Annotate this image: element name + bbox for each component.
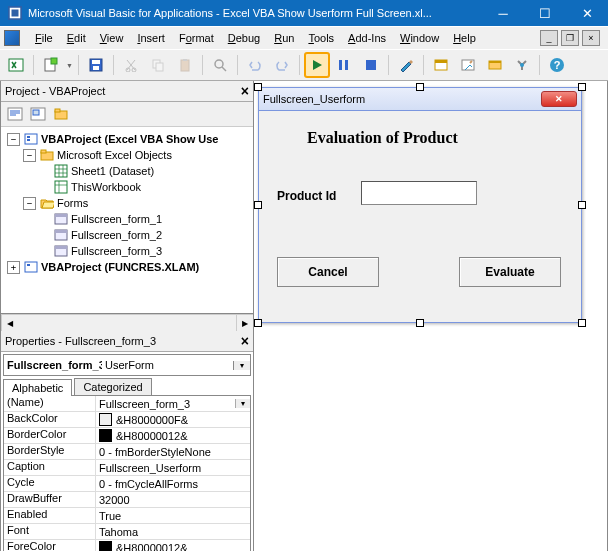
resize-handle[interactable]	[254, 83, 262, 91]
prop-name-key: (Name)	[4, 396, 96, 411]
save-icon[interactable]	[84, 53, 108, 77]
copy-icon[interactable]	[146, 53, 170, 77]
window-maximize-button[interactable]: ☐	[524, 0, 566, 26]
tree-hscrollbar[interactable]: ◀▶	[1, 314, 253, 331]
menu-debug[interactable]: Debug	[221, 30, 267, 46]
prop-caption-value[interactable]: Fullscreen_Userform	[96, 460, 250, 475]
resize-handle[interactable]	[416, 83, 424, 91]
tree-expander[interactable]: −	[7, 133, 20, 146]
mdi-system-icon[interactable]	[4, 30, 20, 46]
view-object-icon[interactable]	[28, 105, 48, 123]
view-code-icon[interactable]	[5, 105, 25, 123]
tree-funcres[interactable]: VBAProject (FUNCRES.XLAM)	[41, 261, 199, 273]
paste-icon[interactable]	[173, 53, 197, 77]
view-excel-icon[interactable]	[4, 53, 28, 77]
tree-forms-folder[interactable]: Forms	[57, 197, 88, 209]
tree-vbaproject[interactable]: VBAProject (Excel VBA Show Use	[41, 133, 218, 145]
resize-handle[interactable]	[416, 319, 424, 327]
prop-enabled-value[interactable]: True	[96, 508, 250, 523]
prop-name-value[interactable]: Fullscreen_form_3	[99, 398, 235, 410]
form-designer[interactable]: Fullscreen_Userform ✕ Evaluation of Prod…	[254, 81, 607, 551]
redo-icon[interactable]	[270, 53, 294, 77]
window-title: Microsoft Visual Basic for Applications …	[28, 7, 482, 19]
window-close-button[interactable]: ✕	[566, 0, 608, 26]
menu-help[interactable]: Help	[446, 30, 483, 46]
insert-module-icon[interactable]	[39, 53, 63, 77]
properties-pane-close-button[interactable]: ×	[241, 333, 249, 349]
userform[interactable]: Fullscreen_Userform ✕ Evaluation of Prod…	[258, 87, 582, 323]
menu-run[interactable]: Run	[267, 30, 301, 46]
prop-bordercolor-key: BorderColor	[4, 428, 96, 443]
project-tree[interactable]: −VBAProject (Excel VBA Show Use −Microso…	[1, 127, 253, 314]
resize-handle[interactable]	[254, 319, 262, 327]
menu-view[interactable]: View	[93, 30, 131, 46]
product-id-textbox[interactable]	[361, 181, 477, 205]
tree-thisworkbook[interactable]: ThisWorkbook	[71, 181, 141, 193]
chevron-down-icon[interactable]: ▾	[233, 361, 250, 370]
prop-borderstyle-value[interactable]: 0 - fmBorderStyleNone	[96, 444, 250, 459]
prop-cycle-value[interactable]: 0 - fmCycleAllForms	[96, 476, 250, 491]
product-id-label[interactable]: Product Id	[277, 189, 336, 203]
project-pane-close-button[interactable]: ×	[241, 83, 249, 99]
cancel-button[interactable]: Cancel	[277, 257, 379, 287]
prop-backcolor-value[interactable]: &H8000000F&	[116, 414, 188, 426]
prop-bordercolor-value[interactable]: &H80000012&	[116, 430, 188, 442]
object-selector[interactable]: Fullscreen_form_3 UserForm ▾	[3, 354, 251, 376]
menu-file[interactable]: File	[28, 30, 60, 46]
break-button[interactable]	[332, 53, 356, 77]
resize-handle[interactable]	[578, 83, 586, 91]
menu-insert[interactable]: Insert	[130, 30, 172, 46]
vbaproject-icon	[23, 132, 38, 146]
tab-categorized[interactable]: Categorized	[74, 378, 151, 395]
prop-font-value[interactable]: Tahoma	[96, 524, 250, 539]
resize-handle[interactable]	[254, 201, 262, 209]
window-minimize-button[interactable]: ─	[482, 0, 524, 26]
cut-icon[interactable]	[119, 53, 143, 77]
mdi-restore-button[interactable]: ❐	[561, 30, 579, 46]
find-icon[interactable]	[208, 53, 232, 77]
menu-addins[interactable]: Add-Ins	[341, 30, 393, 46]
undo-icon[interactable]	[243, 53, 267, 77]
svg-rect-44	[55, 246, 67, 249]
tree-excel-objects-folder[interactable]: Microsoft Excel Objects	[57, 149, 172, 161]
prop-forecolor-value[interactable]: &H80000012&	[116, 542, 188, 552]
toolbox-icon[interactable]	[510, 53, 534, 77]
svg-rect-37	[55, 165, 67, 177]
properties-grid[interactable]: (Name)Fullscreen_form_3▾ BackColor&H8000…	[3, 396, 251, 551]
tab-alphabetic[interactable]: Alphabetic	[3, 379, 72, 396]
object-name: Fullscreen_form_3	[4, 359, 102, 371]
mdi-minimize-button[interactable]: _	[540, 30, 558, 46]
userform-close-button[interactable]: ✕	[541, 91, 577, 107]
toggle-folders-icon[interactable]	[51, 105, 71, 123]
run-button[interactable]	[305, 53, 329, 77]
svg-rect-20	[435, 60, 447, 63]
userform-titlebar[interactable]: Fullscreen_Userform ✕	[259, 88, 581, 111]
menu-tools[interactable]: Tools	[301, 30, 341, 46]
object-browser-icon[interactable]	[483, 53, 507, 77]
resize-handle[interactable]	[578, 201, 586, 209]
tree-sheet1[interactable]: Sheet1 (Dataset)	[71, 165, 154, 177]
tree-form1[interactable]: Fullscreen_form_1	[71, 213, 162, 225]
design-mode-icon[interactable]	[394, 53, 418, 77]
menu-window[interactable]: Window	[393, 30, 446, 46]
tree-expander[interactable]: −	[23, 197, 36, 210]
menu-edit[interactable]: Edit	[60, 30, 93, 46]
chevron-down-icon[interactable]: ▾	[235, 399, 250, 408]
resize-handle[interactable]	[578, 319, 586, 327]
tree-expander[interactable]: +	[7, 261, 20, 274]
help-icon[interactable]: ?	[545, 53, 569, 77]
tree-expander[interactable]: −	[23, 149, 36, 162]
menu-format[interactable]: Format	[172, 30, 221, 46]
evaluate-button[interactable]: Evaluate	[459, 257, 561, 287]
tree-form3[interactable]: Fullscreen_form_3	[71, 245, 162, 257]
prop-drawbuffer-value[interactable]: 32000	[96, 492, 250, 507]
properties-window-icon[interactable]	[456, 53, 480, 77]
heading-label[interactable]: Evaluation of Product	[307, 129, 458, 147]
svg-point-15	[215, 60, 223, 68]
project-explorer-icon[interactable]	[429, 53, 453, 77]
reset-button[interactable]	[359, 53, 383, 77]
mdi-close-button[interactable]: ×	[582, 30, 600, 46]
worksheet-icon	[53, 164, 68, 178]
tree-form2[interactable]: Fullscreen_form_2	[71, 229, 162, 241]
menubar: File Edit View Insert Format Debug Run T…	[0, 26, 608, 49]
